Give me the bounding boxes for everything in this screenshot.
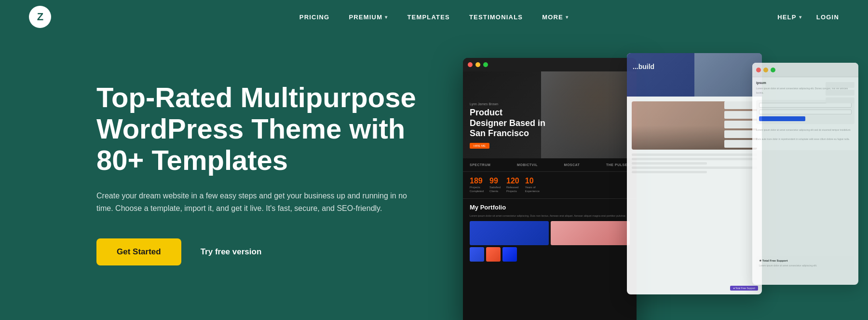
sc-logo-3: MOSCAT [564,163,580,167]
chevron-down-icon: ▾ [799,14,802,20]
logo-letter: Z [37,11,43,23]
get-started-button[interactable]: Get Started [96,238,181,265]
sc3-titlebar [752,63,858,77]
text-line-4 [632,167,757,169]
chevron-down-icon: ▾ [566,14,569,20]
portfolio-img-2 [551,221,630,245]
hero-section: Top-Rated Multipurpose WordPress Theme w… [0,34,868,320]
screenshot-third: ipsum Lorem ipsum dolor sit amet consect… [752,63,858,285]
nav-item-testimonials[interactable]: TESTIMONIALS [469,14,523,21]
try-free-button[interactable]: Try free version [201,247,262,257]
sc3-sidebar-item-2 [826,90,854,96]
nav-item-premium[interactable]: PREMIUM ▾ [349,14,388,21]
portrait-image [541,71,637,158]
text-line-1 [632,153,757,156]
nav-right-links: HELP ▾ LOGIN [777,14,839,21]
sc3-section-2: Lorem ipsum dolor sit amet consectetur a… [756,128,854,132]
sc2-header: ...build [627,53,762,97]
support-title: ★ Total Free Support [759,259,852,262]
support-text: Lorem ipsum dolor sit amet consectetur a… [759,264,852,267]
nav-item-templates[interactable]: TEMPLATES [407,14,450,21]
sc2-header-image [694,53,762,97]
nav-item-more[interactable]: MORE ▾ [542,14,569,21]
hero-buttons: Get Started Try free version [96,238,492,265]
portfolio-text: Lorem ipsum dolor sit amet consectetur a… [470,214,630,218]
chevron-down-icon: ▾ [385,14,388,20]
minimize-dot [763,68,768,72]
close-dot [756,68,761,72]
portfolio-thumbs [470,247,630,262]
sc-logo-4: the pulses [606,163,630,167]
text-line-2 [632,158,757,160]
sc3-text-2: Lorem ipsum dolor sit amet consectetur a… [756,128,854,132]
portfolio-title: My Portfolio [470,204,630,211]
sc3-free-support-box: ★ Total Free Support Lorem ipsum dolor s… [756,256,854,270]
navigation: Z PRICING PREMIUM ▾ TEMPLATES TESTIMONIA… [0,0,868,34]
sc2-purple-button: ★ Total Free Support [730,286,758,291]
portfolio-grid [470,221,630,245]
nav-item-help[interactable]: HELP ▾ [777,14,802,21]
sc3-sidebar-item-1 [826,82,854,88]
text-line-5 [632,171,707,173]
nav-center-links: PRICING PREMIUM ▾ TEMPLATES TESTIMONIALS… [299,14,569,21]
sc3-input-1 [759,103,852,108]
stat-item-4: 10 Years ofExperience [525,177,540,194]
sc3-sidebar-item-3 [826,97,854,103]
sc3-sidebar [826,82,854,103]
hero-content: Top-Rated Multipurpose WordPress Theme w… [96,53,492,265]
hero-screenshots: Lynn James Brown ProductDesigner Based i… [434,34,868,320]
nav-item-login[interactable]: LOGIN [816,14,839,21]
sc2-build-text: ...build [633,63,654,70]
sc3-text-3: Duis aute irure dolor in reprehenderit i… [756,137,854,141]
stat-item-3: 120 ReleasedProjects [506,177,519,194]
text-line-3 [632,162,707,165]
sc-logo-2: MOBICTVIL [517,163,538,167]
screenshot-second: ...build ★ Total Free Support [627,53,762,294]
sc3-form [756,100,854,124]
thumb-3 [502,247,517,262]
sc3-section-3: Duis aute irure dolor in reprehenderit i… [756,137,854,141]
sc2-text-lines [632,153,757,173]
expand-dot [771,68,775,72]
hero-description: Create your dream website in a few easy … [96,190,415,215]
nav-item-pricing[interactable]: PRICING [299,14,330,21]
brand-logo[interactable]: Z [29,6,51,28]
sc3-submit-button [759,116,805,121]
sc3-input-2 [759,110,852,114]
hero-title: Top-Rated Multipurpose WordPress Theme w… [96,82,434,176]
